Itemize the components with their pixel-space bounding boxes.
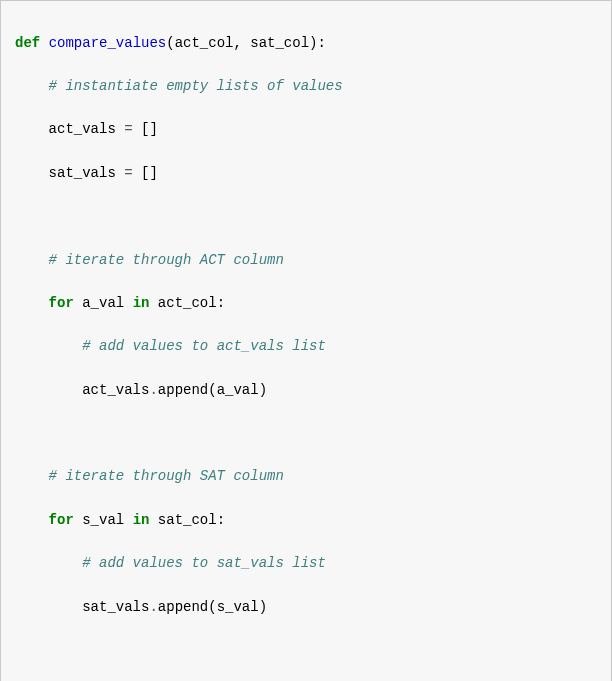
code-block: def compare_values(act_col, sat_col): # … <box>0 0 612 681</box>
literal: [] <box>133 165 158 181</box>
blank-line <box>15 206 597 228</box>
comment: # add values to sat_vals list <box>82 555 326 571</box>
comment: # instantiate empty lists of values <box>49 78 343 94</box>
identifier: sat_col: <box>149 512 225 528</box>
function-name: compare_values <box>49 35 167 51</box>
code-line: for a_val in act_col: <box>15 293 597 315</box>
params: (act_col, sat_col): <box>166 35 326 51</box>
code-line: def compare_values(act_col, sat_col): <box>15 33 597 55</box>
identifier: sat_vals <box>49 165 125 181</box>
code-line: # instantiate empty lists of values <box>15 76 597 98</box>
blank-line <box>15 423 597 445</box>
space <box>40 35 48 51</box>
identifier: a_val <box>74 295 133 311</box>
comment: # add values to act_vals list <box>82 338 326 354</box>
keyword-def: def <box>15 35 40 51</box>
code-line: # add values to sat_vals list <box>15 553 597 575</box>
operator: = <box>124 165 132 181</box>
identifier: act_col: <box>149 295 225 311</box>
dot: . <box>149 599 157 615</box>
code-line: sat_vals = [] <box>15 163 597 185</box>
code-line: act_vals = [] <box>15 119 597 141</box>
identifier: act_vals <box>49 121 125 137</box>
comment: # iterate through SAT column <box>49 468 284 484</box>
code-line: for s_val in sat_col: <box>15 510 597 532</box>
code-line: act_vals.append(a_val) <box>15 380 597 402</box>
dot: . <box>149 382 157 398</box>
call: append(a_val) <box>158 382 267 398</box>
keyword-for: for <box>49 512 74 528</box>
literal: [] <box>133 121 158 137</box>
identifier: act_vals <box>82 382 149 398</box>
operator: = <box>124 121 132 137</box>
keyword-in: in <box>133 295 150 311</box>
code-line: # iterate through ACT column <box>15 250 597 272</box>
keyword-in: in <box>133 512 150 528</box>
keyword-for: for <box>49 295 74 311</box>
code-line: # add values to act_vals list <box>15 336 597 358</box>
identifier: s_val <box>74 512 133 528</box>
comment: # iterate through ACT column <box>49 252 284 268</box>
blank-line <box>15 640 597 662</box>
identifier: sat_vals <box>82 599 149 615</box>
code-line: # iterate through SAT column <box>15 466 597 488</box>
call: append(s_val) <box>158 599 267 615</box>
code-line: sat_vals.append(s_val) <box>15 597 597 619</box>
